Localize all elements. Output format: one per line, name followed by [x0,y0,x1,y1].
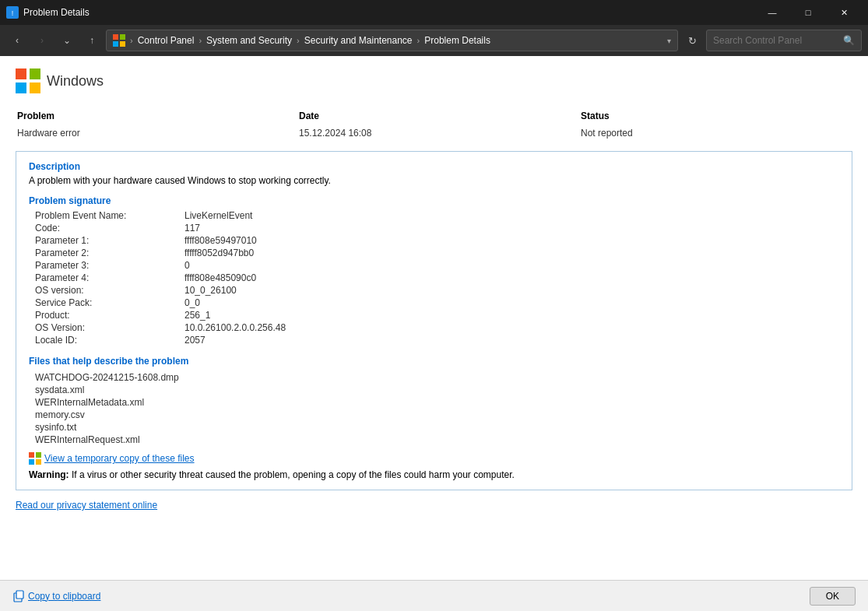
minimize-button[interactable]: — [754,0,790,25]
sig-row: Locale ID:2057 [29,334,839,346]
view-link-text: View a temporary copy of these files [44,453,195,464]
windows-flag-icon [113,34,125,47]
file-item: WERInternalMetadata.xml [35,396,839,409]
col-header-date: Date [299,107,579,125]
sig-value: LiveKernelEvent [184,209,839,222]
maximize-button[interactable]: □ [790,0,826,25]
description-box: Description A problem with your hardware… [16,151,852,490]
sig-label: Parameter 3: [29,259,184,272]
description-title: Description [29,161,839,172]
file-item: WERInternalRequest.xml [35,434,839,446]
problem-table: Problem Date Status Hardware error 15.12… [16,106,852,142]
sig-value: 256_1 [184,309,839,321]
sig-value: 2057 [184,334,839,346]
sig-value: 0 [184,259,839,272]
breadcrumb-problem-details[interactable]: Problem Details [424,35,490,46]
breadcrumb-sep-2: › [297,36,300,45]
privacy-link[interactable]: Read our privacy statement online [16,500,157,511]
svg-rect-10 [29,452,34,458]
copy-to-clipboard-link[interactable]: Copy to clipboard [12,590,100,602]
sig-row: Parameter 1:ffff808e59497010 [29,234,839,247]
copy-icon [12,590,25,602]
files-list: WATCHDOG-20241215-1608.dmpsysdata.xmlWER… [29,371,839,446]
main-content: Windows Problem Date Status Hardware err… [0,56,868,580]
svg-rect-12 [29,459,34,465]
file-item: sysinfo.txt [35,421,839,434]
address-dropdown-icon[interactable]: ▾ [667,37,671,45]
address-bar[interactable]: › Control Panel › System and Security › … [106,30,678,51]
svg-text:!: ! [12,9,14,17]
up-button[interactable]: ↑ [81,30,103,51]
sig-label: Parameter 2: [29,247,184,259]
shield-color-icon [29,452,41,465]
copy-label: Copy to clipboard [28,591,100,602]
sig-label: Service Pack: [29,297,184,309]
sig-row: Problem Event Name:LiveKernelEvent [29,209,839,222]
sig-label: Parameter 1: [29,234,184,247]
file-item: WATCHDOG-20241215-1608.dmp [35,371,839,384]
file-item: memory.csv [35,409,839,421]
search-box[interactable]: 🔍 [706,30,862,51]
refresh-button[interactable]: ↻ [681,30,703,51]
windows-shield-icon [16,68,40,93]
problem-name: Hardware error [17,126,297,140]
search-input[interactable] [713,35,840,46]
breadcrumb-sep-3: › [417,36,420,45]
warning-section: Warning: If a virus or other security th… [29,469,839,480]
warning-label: Warning: [29,469,69,480]
navigation-bar: ‹ › ⌄ ↑ › Control Panel › System and Sec… [0,25,868,56]
svg-rect-5 [120,41,125,47]
sig-row: OS version:10_0_26100 [29,284,839,297]
col-header-status: Status [581,107,851,125]
files-title: Files that help describe the problem [29,356,839,367]
sig-row: Code:117 [29,222,839,234]
sig-label: Product: [29,309,184,321]
breadcrumb-control-panel[interactable]: Control Panel [138,35,195,46]
svg-rect-15 [16,591,23,599]
problem-status: Not reported [581,126,851,140]
view-temp-files-link[interactable]: View a temporary copy of these files [29,452,839,465]
sig-row: Parameter 4:ffff808e485090c0 [29,272,839,284]
recent-button[interactable]: ⌄ [56,30,78,51]
sig-value: 10_0_26100 [184,284,839,297]
sig-label: Problem Event Name: [29,209,184,222]
sig-value: 0_0 [184,297,839,309]
sig-label: OS Version: [29,321,184,334]
window-title: Problem Details [23,7,754,18]
problem-date: 15.12.2024 16:08 [299,126,579,140]
warning-text: If a virus or other security threat caus… [72,469,515,480]
file-item: sysdata.xml [35,384,839,396]
svg-rect-4 [113,41,118,47]
footer-bar: Copy to clipboard OK [0,580,868,611]
sig-label: Locale ID: [29,334,184,346]
sig-label: Parameter 4: [29,272,184,284]
title-bar: ! Problem Details — □ ✕ [0,0,868,25]
sig-label: OS version: [29,284,184,297]
sig-row: OS Version:10.0.26100.2.0.0.256.48 [29,321,839,334]
close-button[interactable]: ✕ [826,0,862,25]
app-header: Windows [16,68,852,93]
sig-row: Parameter 2:fffff8052d947bb0 [29,247,839,259]
signature-table: Problem Event Name:LiveKernelEventCode:1… [29,209,839,346]
app-icon: ! [6,6,19,19]
back-button[interactable]: ‹ [6,30,28,51]
sig-value: fffff8052d947bb0 [184,247,839,259]
svg-rect-7 [30,68,40,79]
description-text: A problem with your hardware caused Wind… [29,175,839,186]
search-icon: 🔍 [843,35,855,46]
table-row: Hardware error 15.12.2024 16:08 Not repo… [17,126,851,140]
breadcrumb-security-maintenance[interactable]: Security and Maintenance [304,35,413,46]
svg-rect-8 [16,83,26,93]
forward-button[interactable]: › [31,30,53,51]
sig-value: ffff808e59497010 [184,234,839,247]
ok-button[interactable]: OK [810,587,856,606]
svg-rect-9 [30,83,40,93]
sig-row: Parameter 3:0 [29,259,839,272]
sig-value: ffff808e485090c0 [184,272,839,284]
window-controls: — □ ✕ [754,0,862,25]
sig-row: Service Pack:0_0 [29,297,839,309]
sig-row: Product:256_1 [29,309,839,321]
svg-rect-2 [113,34,118,40]
breadcrumb-system-security[interactable]: System and Security [206,35,292,46]
svg-rect-13 [36,459,41,465]
